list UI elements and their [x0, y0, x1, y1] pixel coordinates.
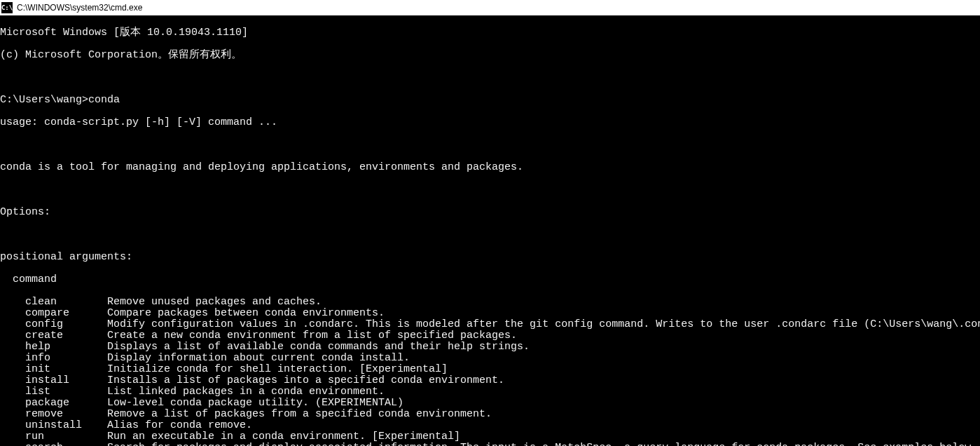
command-row: package Low-level conda package utility.…: [0, 398, 980, 409]
positional-header: positional arguments:: [0, 252, 980, 263]
command-label: command: [0, 274, 980, 285]
command-row: list List linked packages in a conda env…: [0, 386, 980, 398]
terminal-output[interactable]: Microsoft Windows [版本 10.0.19043.1110] (…: [0, 15, 980, 446]
command-row: compare Compare packages between conda e…: [0, 308, 980, 319]
description-line: conda is a tool for managing and deployi…: [0, 162, 980, 173]
title-bar[interactable]: C:\ C:\WINDOWS\system32\cmd.exe: [0, 0, 980, 15]
blank-line: [0, 229, 980, 241]
windows-version: Microsoft Windows [版本 10.0.19043.1110]: [0, 27, 980, 39]
command-row: clean Remove unused packages and caches.: [0, 297, 980, 308]
cmd-icon: C:\: [1, 2, 13, 13]
command-row: remove Remove a list of packages from a …: [0, 409, 980, 420]
command-row: uninstall Alias for conda remove.: [0, 420, 980, 431]
command-row: config Modify configuration values in .c…: [0, 319, 980, 330]
command-row: info Display information about current c…: [0, 353, 980, 364]
blank-line: [0, 184, 980, 196]
options-header: Options:: [0, 207, 980, 218]
window-title: C:\WINDOWS\system32\cmd.exe: [17, 2, 142, 13]
command-row: run Run an executable in a conda environ…: [0, 431, 980, 442]
blank-line: [0, 140, 980, 151]
commands-list: clean Remove unused packages and caches.…: [0, 297, 980, 446]
command-row: install Installs a list of packages into…: [0, 375, 980, 386]
prompt-command: C:\Users\wang>conda: [0, 95, 980, 106]
command-row: create Create a new conda environment fr…: [0, 330, 980, 342]
command-row: init Initialize conda for shell interact…: [0, 364, 980, 375]
command-row: search Search for packages and display a…: [0, 442, 980, 446]
command-row: help Displays a list of available conda …: [0, 342, 980, 353]
blank-line: [0, 72, 980, 83]
usage-line: usage: conda-script.py [-h] [-V] command…: [0, 117, 980, 128]
windows-copyright: (c) Microsoft Corporation。保留所有权利。: [0, 50, 980, 61]
